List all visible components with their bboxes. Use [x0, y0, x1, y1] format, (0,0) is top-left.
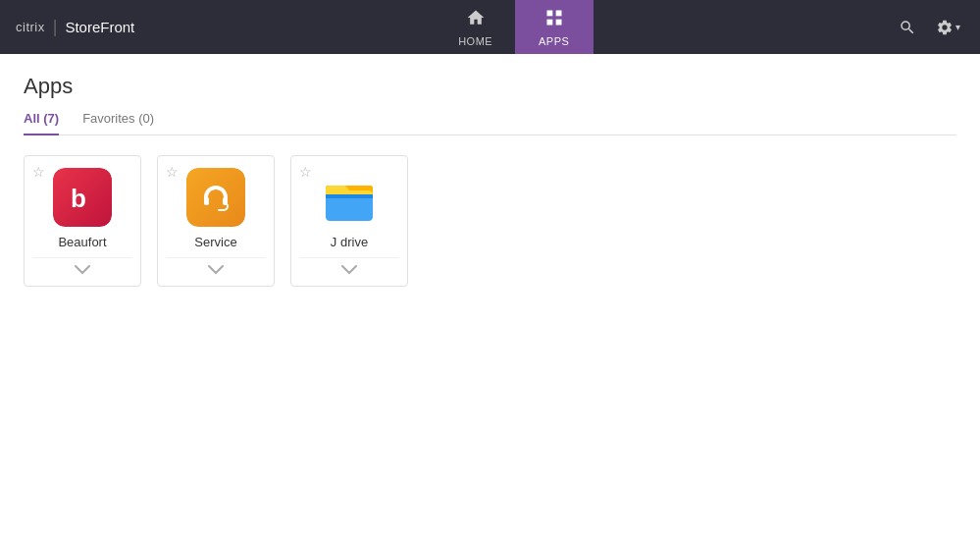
- svg-rect-2: [546, 19, 552, 25]
- svg-rect-3: [555, 19, 561, 25]
- brand-logo: citrix | StoreFront: [16, 17, 134, 37]
- chevron-service[interactable]: [166, 257, 266, 286]
- svg-rect-0: [546, 10, 552, 16]
- settings-dropdown-arrow: ▾: [955, 22, 960, 32]
- beaufort-icon: b: [53, 168, 112, 227]
- search-icon: [899, 19, 916, 36]
- nav-apps-label: APPS: [539, 35, 569, 47]
- app-icon-service: [186, 168, 245, 227]
- search-button[interactable]: [895, 15, 920, 40]
- tabs-bar: All (7) Favorites (0): [24, 111, 956, 135]
- home-icon: [466, 8, 486, 32]
- svg-rect-6: [223, 197, 228, 205]
- nav-item-apps[interactable]: APPS: [515, 0, 593, 54]
- page-title: Apps: [24, 74, 956, 99]
- apps-icon: [544, 8, 564, 32]
- header: citrix | StoreFront HOME APPS: [0, 0, 980, 54]
- tab-favorites[interactable]: Favorites (0): [82, 111, 154, 135]
- chevron-jdrive[interactable]: [299, 257, 399, 286]
- star-button-beaufort[interactable]: ☆: [32, 164, 45, 180]
- app-card-service[interactable]: ☆ Service: [157, 155, 275, 287]
- header-actions: ▾: [895, 15, 964, 40]
- jdrive-icon: [320, 168, 379, 227]
- app-icon-jdrive: [320, 168, 379, 227]
- app-name-jdrive: J drive: [331, 235, 368, 249]
- brand-separator: |: [53, 17, 58, 37]
- citrix-label: citrix: [16, 20, 45, 34]
- app-grid: ☆ b Beaufort ☆: [24, 155, 956, 287]
- svg-rect-1: [555, 10, 561, 16]
- app-card-beaufort[interactable]: ☆ b Beaufort: [24, 155, 141, 287]
- tab-all[interactable]: All (7): [24, 111, 59, 135]
- app-card-jdrive[interactable]: ☆ J drive: [290, 155, 408, 287]
- app-icon-beaufort: b: [53, 168, 112, 227]
- storefront-label: StoreFront: [65, 19, 134, 35]
- main-content: Apps All (7) Favorites (0) ☆ b Beaufort: [0, 54, 980, 306]
- star-button-jdrive[interactable]: ☆: [299, 164, 312, 180]
- service-icon: [186, 168, 245, 227]
- gear-icon: [936, 19, 954, 36]
- svg-text:b: b: [71, 184, 86, 213]
- main-nav: HOME APPS: [437, 0, 593, 54]
- svg-rect-5: [204, 197, 209, 205]
- app-name-service: Service: [194, 235, 236, 249]
- app-name-beaufort: Beaufort: [58, 235, 106, 249]
- settings-button[interactable]: ▾: [932, 15, 964, 40]
- star-button-service[interactable]: ☆: [166, 164, 179, 180]
- nav-home-label: HOME: [458, 35, 492, 47]
- chevron-beaufort[interactable]: [32, 257, 132, 286]
- nav-item-home[interactable]: HOME: [437, 0, 515, 54]
